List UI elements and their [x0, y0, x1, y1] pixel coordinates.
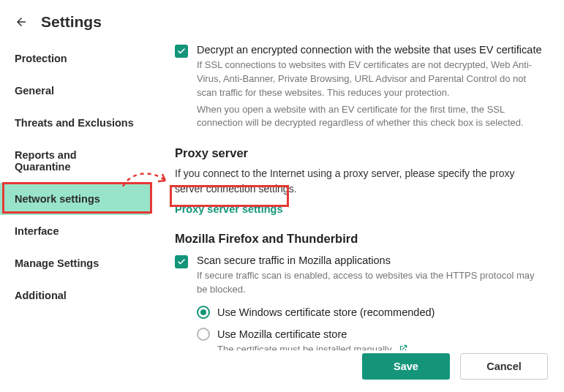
footer: Save Cancel	[0, 350, 564, 392]
ev-decrypt-desc2: When you open a website with an EV certi…	[197, 103, 544, 131]
sidebar-item-general[interactable]: General	[0, 75, 150, 107]
ev-decrypt-label: Decrypt an encrypted connection with the…	[197, 44, 544, 56]
sidebar-item-additional[interactable]: Additional	[0, 279, 150, 312]
radio-windows-cert-label: Use Windows certificate store (recommend…	[217, 306, 435, 318]
radio-windows-cert-store[interactable]	[197, 306, 210, 319]
content-pane: Decrypt an encrypted connection with the…	[150, 42, 564, 350]
proxy-intro: If you connect to the Internet using a p…	[175, 166, 544, 196]
page-title: Settings	[41, 13, 102, 31]
scan-secure-traffic-desc: If secure traffic scan is enabled, acces…	[197, 269, 544, 297]
sidebar-item-interface[interactable]: Interface	[0, 215, 150, 247]
radio-mozilla-cert-store[interactable]	[197, 328, 210, 341]
scan-secure-traffic-label: Scan secure traffic in Mozilla applicati…	[197, 255, 544, 266]
cancel-button[interactable]: Cancel	[460, 353, 548, 380]
sidebar-item-reports-quarantine[interactable]: Reports and Quarantine	[0, 139, 150, 183]
back-icon[interactable]	[15, 15, 28, 29]
radio-mozilla-cert-label: Use Mozilla certificate store	[217, 328, 347, 340]
sidebar-item-manage-settings[interactable]: Manage Settings	[0, 247, 150, 279]
save-button[interactable]: Save	[362, 353, 450, 380]
sidebar: Protection General Threats and Exclusion…	[0, 42, 150, 350]
mozilla-cert-note: The certificate must be installed manual…	[217, 344, 394, 351]
external-link-icon[interactable]	[398, 344, 408, 350]
firefox-section-title: Mozilla Firefox and Thunderbird	[175, 232, 544, 246]
sidebar-item-network-settings[interactable]: Network settings	[0, 183, 150, 215]
ev-decrypt-checkbox[interactable]	[175, 45, 188, 58]
sidebar-item-threats-exclusions[interactable]: Threats and Exclusions	[0, 107, 150, 139]
ev-decrypt-desc1: If SSL connections to websites with EV c…	[197, 59, 544, 100]
proxy-server-settings-link[interactable]: Proxy server settings	[175, 203, 283, 215]
proxy-section-title: Proxy server	[175, 146, 544, 160]
scan-secure-traffic-checkbox[interactable]	[175, 255, 188, 268]
sidebar-item-protection[interactable]: Protection	[0, 42, 150, 75]
